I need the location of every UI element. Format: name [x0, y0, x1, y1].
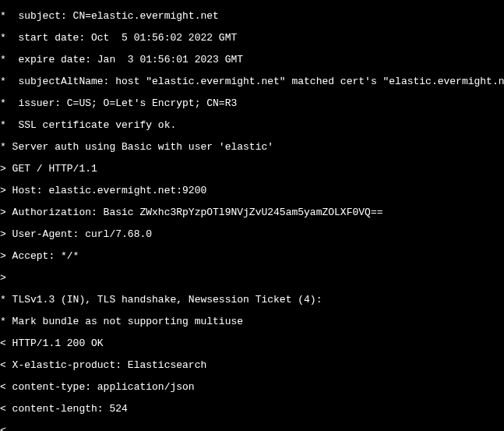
output-line: * SSL certificate verify ok.	[0, 120, 504, 131]
output-line: > Host: elastic.evermight.net:9200	[0, 185, 504, 196]
output-line: > User-Agent: curl/7.68.0	[0, 229, 504, 240]
output-line: > Authorization: Basic ZWxhc3RpYzpOTl9NV…	[0, 207, 504, 218]
output-line: <	[0, 426, 504, 431]
output-line: * Mark bundle as not supporting multiuse	[0, 316, 504, 327]
output-line: > GET / HTTP/1.1	[0, 164, 504, 175]
output-line: * subjectAltName: host "elastic.evermigh…	[0, 76, 504, 87]
output-line: < content-type: application/json	[0, 382, 504, 393]
output-line: * Server auth using Basic with user 'ela…	[0, 142, 504, 153]
output-line: < X-elastic-product: Elasticsearch	[0, 360, 504, 371]
output-line: * expire date: Jan 3 01:56:01 2023 GMT	[0, 55, 504, 65]
output-line: < content-length: 524	[0, 404, 504, 415]
output-line: * TLSv1.3 (IN), TLS handshake, Newsessio…	[0, 295, 504, 306]
output-line: > Accept: */*	[0, 251, 504, 262]
output-line: * start date: Oct 5 01:56:02 2022 GMT	[0, 33, 504, 44]
output-line: >	[0, 273, 504, 284]
output-line: * subject: CN=elastic.evermight.net	[0, 11, 504, 22]
output-line: * issuer: C=US; O=Let's Encrypt; CN=R3	[0, 98, 504, 109]
output-line: < HTTP/1.1 200 OK	[0, 338, 504, 349]
terminal-output: * subject: CN=elastic.evermight.net * st…	[0, 0, 504, 431]
